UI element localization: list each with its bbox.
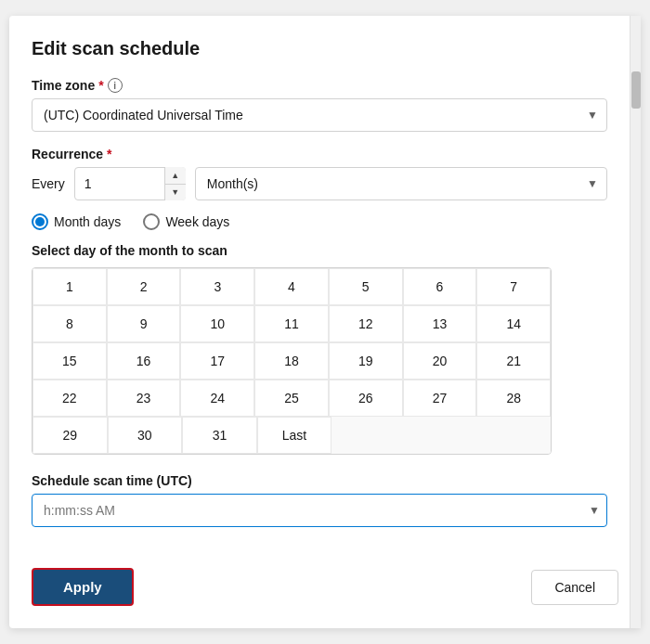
day-cell[interactable]: 24 xyxy=(180,380,254,417)
cancel-button[interactable]: Cancel xyxy=(531,570,618,605)
day-cell[interactable]: 26 xyxy=(329,380,403,417)
timezone-label: Time zone * i xyxy=(32,78,607,93)
day-cell[interactable]: 19 xyxy=(329,342,403,380)
day-cell xyxy=(477,417,551,454)
week-days-radio-circle xyxy=(143,213,160,230)
day-cell[interactable]: 9 xyxy=(107,305,181,342)
every-label: Every xyxy=(32,176,65,191)
time-input-wrapper: ▼ xyxy=(32,494,607,527)
day-grid-row: 293031Last xyxy=(32,417,551,454)
day-cell[interactable]: 16 xyxy=(107,342,181,380)
recurrence-required: * xyxy=(107,147,111,161)
period-select-wrapper: Month(s) Day(s) Week(s) Month(s) Year(s)… xyxy=(195,167,607,200)
day-cell[interactable]: 21 xyxy=(476,342,551,380)
day-cell[interactable]: 3 xyxy=(180,268,254,305)
schedule-time-label: Schedule scan time (UTC) xyxy=(32,473,607,488)
day-cell[interactable]: 29 xyxy=(32,417,108,454)
day-cell[interactable]: 27 xyxy=(403,380,477,417)
day-grid-row: 15161718192021 xyxy=(32,342,551,380)
month-days-label: Month days xyxy=(54,214,121,229)
day-cell[interactable]: 1 xyxy=(32,268,107,305)
recurrence-row: Every ▲ ▼ Month(s) Day(s) Week(s) Month(… xyxy=(32,167,607,200)
page-title: Edit scan schedule xyxy=(32,38,607,59)
week-days-radio-option[interactable]: Week days xyxy=(143,213,229,230)
every-number-wrapper: ▲ ▼ xyxy=(74,167,186,200)
month-days-radio-option[interactable]: Month days xyxy=(32,213,121,230)
spin-up-button[interactable]: ▲ xyxy=(165,167,186,185)
day-cell[interactable]: 31 xyxy=(182,417,257,454)
day-grid-label: Select day of the month to scan xyxy=(32,243,607,258)
apply-button[interactable]: Apply xyxy=(32,568,134,606)
day-cell[interactable]: 23 xyxy=(107,380,181,417)
recurrence-label: Recurrence * xyxy=(32,147,607,161)
day-cell[interactable]: 13 xyxy=(403,305,477,342)
day-cell xyxy=(332,417,405,454)
day-grid-row: 1234567 xyxy=(32,268,551,305)
scrollbar-thumb[interactable] xyxy=(631,71,641,109)
day-cell[interactable]: 7 xyxy=(476,268,551,305)
day-cell[interactable]: 15 xyxy=(32,342,107,380)
week-days-label: Week days xyxy=(165,214,229,229)
day-grid-row: 22232425262728 xyxy=(32,380,551,417)
day-grid-row: 891011121314 xyxy=(32,305,551,342)
day-grid: 1234567891011121314151617181920212223242… xyxy=(32,267,552,455)
spin-down-button[interactable]: ▼ xyxy=(165,185,186,201)
month-days-radio-dot xyxy=(35,217,45,226)
month-days-radio-circle xyxy=(32,213,48,230)
day-cell[interactable]: 22 xyxy=(32,380,107,417)
day-cell[interactable]: 18 xyxy=(254,342,329,380)
timezone-select-wrapper: (UTC) Coordinated Universal Time ▼ xyxy=(32,98,607,132)
day-cell[interactable]: 10 xyxy=(180,305,254,342)
day-cell[interactable]: Last xyxy=(257,417,332,454)
timezone-required: * xyxy=(98,78,103,93)
day-cell[interactable]: 14 xyxy=(476,305,551,342)
schedule-time-section: Schedule scan time (UTC) ▼ xyxy=(32,473,607,527)
day-cell[interactable]: 11 xyxy=(254,305,329,342)
day-cell[interactable]: 2 xyxy=(107,268,181,305)
day-cell[interactable]: 4 xyxy=(254,268,329,305)
day-cell[interactable]: 28 xyxy=(476,380,551,417)
timezone-select[interactable]: (UTC) Coordinated Universal Time xyxy=(32,98,607,132)
day-cell[interactable]: 5 xyxy=(329,268,403,305)
scrollbar[interactable] xyxy=(630,16,641,628)
edit-panel: Edit scan schedule Time zone * i (UTC) C… xyxy=(9,16,641,628)
day-cell[interactable]: 30 xyxy=(108,417,183,454)
time-input[interactable] xyxy=(32,494,607,527)
timezone-info-icon[interactable]: i xyxy=(108,78,123,93)
day-cell[interactable]: 6 xyxy=(403,268,477,305)
period-select[interactable]: Month(s) Day(s) Week(s) Month(s) Year(s) xyxy=(195,167,607,200)
day-cell[interactable]: 17 xyxy=(180,342,254,380)
spin-buttons: ▲ ▼ xyxy=(164,167,186,200)
day-cell[interactable]: 20 xyxy=(403,342,477,380)
day-cell[interactable]: 8 xyxy=(32,305,107,342)
day-cell xyxy=(405,417,478,454)
day-cell[interactable]: 12 xyxy=(329,305,403,342)
day-cell[interactable]: 25 xyxy=(254,380,329,417)
footer: Apply Cancel xyxy=(32,553,618,606)
recurrence-section: Recurrence * Every ▲ ▼ Month(s) Day(s) xyxy=(32,147,607,200)
recurrence-type-radio-group: Month days Week days xyxy=(32,213,607,230)
